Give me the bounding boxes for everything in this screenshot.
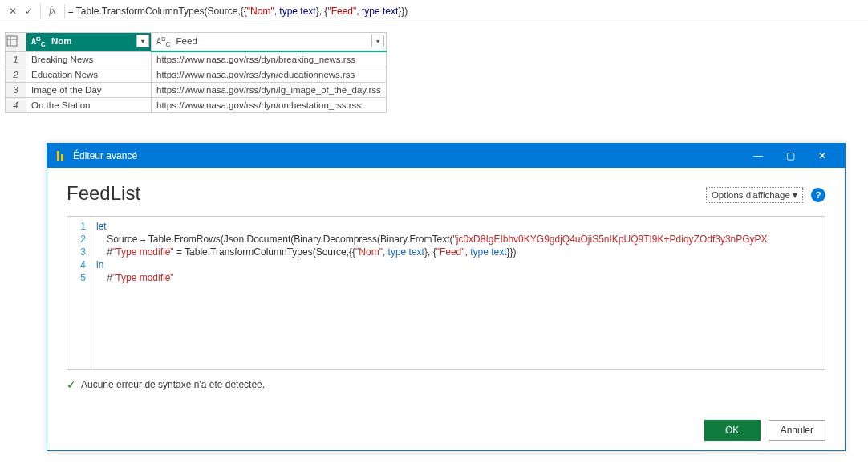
line-number-gutter: 12345	[67, 217, 91, 369]
cell-feed[interactable]: https://www.nasa.gov/rss/dyn/educationne…	[152, 67, 387, 83]
formula-bar: ✕ ✓ fx = Table.TransformColumnTypes(Sour…	[0, 0, 868, 22]
abc-type-icon: ABC	[31, 35, 46, 48]
query-name-heading: FeedList	[67, 182, 140, 205]
table-row[interactable]: 2Education Newshttps://www.nasa.gov/rss/…	[6, 67, 387, 83]
cell-feed[interactable]: https://www.nasa.gov/rss/dyn/onthestatio…	[152, 98, 387, 113]
column-label: Nom	[51, 36, 72, 46]
query-preview-table: ABC Nom ▾ ABC Feed ▾ 1Breaking Newshttps…	[5, 32, 387, 113]
table-row[interactable]: 3Image of the Dayhttps://www.nasa.gov/rs…	[6, 83, 387, 98]
column-label: Feed	[176, 36, 197, 46]
dialog-title: Éditeur avancé	[73, 150, 742, 161]
minimize-button[interactable]: —	[742, 144, 774, 168]
table-icon	[6, 35, 18, 47]
close-button[interactable]: ✕	[806, 144, 838, 168]
check-icon: ✓	[67, 378, 76, 391]
fx-label: fx	[49, 5, 56, 17]
svg-rect-4	[61, 154, 63, 161]
formula-input[interactable]: = Table.TransformColumnTypes(Source,{{"N…	[68, 6, 408, 17]
row-number: 4	[6, 98, 26, 113]
code-editor[interactable]: 12345 let Source = Table.FromRows(Json.D…	[67, 216, 825, 370]
formula-cancel-icon[interactable]: ✕	[5, 3, 21, 19]
column-header-nom[interactable]: ABC Nom ▾	[26, 33, 152, 52]
cell-nom[interactable]: On the Station	[26, 98, 152, 113]
abc-type-icon: ABC	[156, 35, 170, 48]
cell-nom[interactable]: Image of the Day	[26, 83, 152, 98]
separator	[40, 4, 41, 18]
display-options-dropdown[interactable]: Options d'affichage ▾	[706, 187, 803, 203]
chevron-down-icon[interactable]: ▾	[136, 35, 149, 47]
status-text: Aucune erreur de syntaxe n'a été détecté…	[81, 379, 265, 390]
cell-nom[interactable]: Breaking News	[26, 51, 152, 67]
dialog-titlebar[interactable]: Éditeur avancé — ▢ ✕	[47, 144, 845, 168]
cell-nom[interactable]: Education News	[26, 67, 152, 83]
app-icon	[54, 149, 67, 162]
table-row[interactable]: 1Breaking Newshttps://www.nasa.gov/rss/d…	[6, 51, 387, 67]
row-number: 3	[6, 83, 26, 98]
advanced-editor-dialog: Éditeur avancé — ▢ ✕ FeedList Options d'…	[47, 143, 846, 451]
cancel-button[interactable]: Annuler	[769, 420, 825, 441]
cell-feed[interactable]: https://www.nasa.gov/rss/dyn/breaking_ne…	[152, 51, 387, 67]
svg-rect-0	[7, 36, 17, 46]
help-icon[interactable]: ?	[811, 188, 825, 202]
svg-rect-3	[57, 151, 59, 161]
code-text[interactable]: let Source = Table.FromRows(Json.Documen…	[91, 217, 825, 369]
chevron-down-icon[interactable]: ▾	[371, 35, 384, 47]
formula-accept-icon[interactable]: ✓	[21, 3, 37, 19]
row-number: 2	[6, 67, 26, 83]
table-row[interactable]: 4On the Stationhttps://www.nasa.gov/rss/…	[6, 98, 387, 113]
separator	[64, 4, 65, 18]
row-number: 1	[6, 51, 26, 67]
maximize-button[interactable]: ▢	[774, 144, 806, 168]
syntax-status: ✓ Aucune erreur de syntaxe n'a été détec…	[67, 378, 825, 391]
table-corner[interactable]	[6, 33, 26, 52]
cell-feed[interactable]: https://www.nasa.gov/rss/dyn/lg_image_of…	[152, 83, 387, 98]
column-header-feed[interactable]: ABC Feed ▾	[152, 33, 387, 52]
ok-button[interactable]: OK	[704, 420, 761, 441]
